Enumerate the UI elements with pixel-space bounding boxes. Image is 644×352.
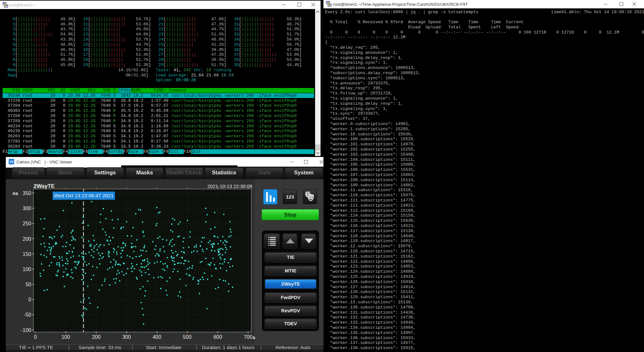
svg-text:V2: V2 [9, 160, 14, 164]
